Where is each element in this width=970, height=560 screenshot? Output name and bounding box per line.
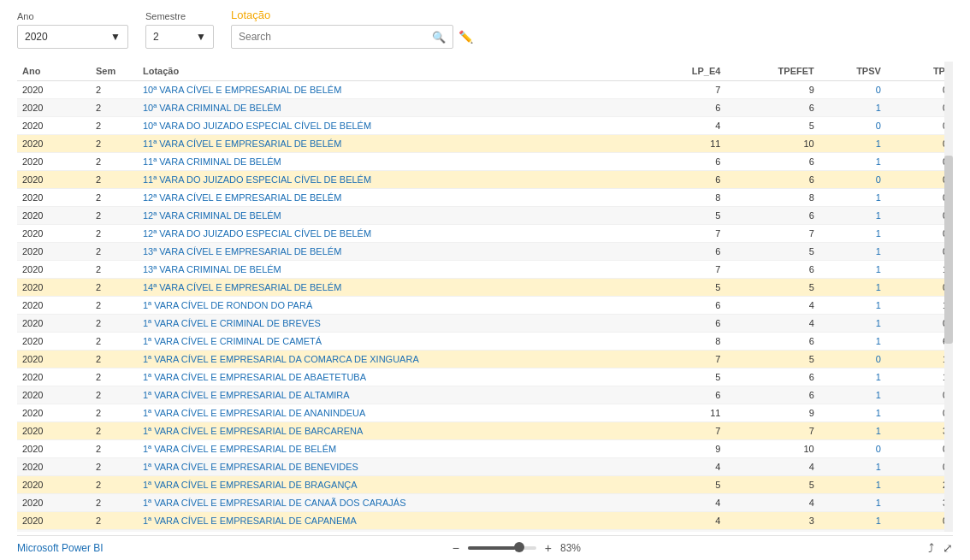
cell-tpi: 0 [886, 243, 953, 261]
cell-tpefet: 4 [725, 315, 819, 333]
table-row: 2020210ª VARA CÍVEL E EMPRESARIAL DE BEL… [17, 81, 953, 99]
semestre-select[interactable]: 2 ▼ [145, 25, 214, 49]
cell-tpefet: 4 [725, 494, 819, 512]
table-row: 202021ª VARA CÍVEL E EMPRESARIAL DA COMA… [17, 351, 953, 368]
cell-tpsv: 1 [819, 458, 886, 476]
edit-icon[interactable]: ✏️ [458, 30, 473, 44]
cell-ano: 2020 [17, 117, 91, 135]
cell-tpsv: 0 [819, 81, 886, 99]
cell-tpsv: 0 [819, 351, 886, 368]
cell-tpsv: 1 [819, 297, 886, 315]
cell-tpi: 0 [886, 315, 953, 333]
cell-tpsv: 1 [819, 225, 886, 243]
cell-tpi: 0 [886, 207, 953, 225]
cell-tpefet: 7 [725, 422, 819, 440]
cell-tpsv: 1 [819, 261, 886, 279]
zoom-out-button[interactable]: − [451, 541, 461, 555]
cell-tpi: 0 [886, 153, 953, 171]
cell-tpefet: 6 [725, 171, 819, 189]
zoom-level: 83% [560, 542, 581, 554]
table-row: 202021ª VARA CÍVEL E EMPRESARIAL DE BARC… [17, 422, 953, 440]
bottom-bar: Microsoft Power BI − + 83% ⤴ ⤢ [17, 535, 953, 560]
cell-tpsv: 1 [819, 386, 886, 404]
table-row: 202021ª VARA CÍVEL DE RONDON DO PARÁ6411 [17, 297, 953, 315]
cell-sem: 2 [91, 279, 138, 297]
cell-tpi: 0 [886, 99, 953, 117]
cell-sem: 2 [91, 225, 138, 243]
zoom-slider[interactable] [468, 546, 536, 550]
cell-lotacao: 10ª VARA DO JUIZADO ESPECIAL CÍVEL DE BE… [138, 117, 646, 135]
cell-sem: 2 [91, 243, 138, 261]
powerbi-link[interactable]: Microsoft Power BI [17, 542, 104, 554]
cell-tpi: 0 [886, 225, 953, 243]
col-header-lpe4: LP_E4 [646, 62, 726, 81]
scrollbar-track[interactable] [944, 62, 953, 532]
cell-lotacao: 1ª VARA CÍVEL E EMPRESARIAL DE CASTANHAL [138, 530, 646, 533]
cell-sem: 2 [91, 189, 138, 207]
cell-ano: 2020 [17, 81, 91, 99]
share-icon[interactable]: ⤴ [928, 541, 934, 555]
ano-select[interactable]: 2020 ▼ [17, 25, 128, 49]
cell-tpi: 1 [886, 261, 953, 279]
cell-sem: 2 [91, 404, 138, 422]
cell-tpi: 0 [886, 279, 953, 297]
cell-tpefet: 6 [725, 333, 819, 351]
cell-tpefet: 5 [725, 117, 819, 135]
cell-ano: 2020 [17, 351, 91, 368]
cell-tpsv: 1 [819, 243, 886, 261]
table-row: 202021ª VARA CÍVEL E EMPRESARIAL DE BELÉ… [17, 440, 953, 458]
cell-ano: 2020 [17, 171, 91, 189]
cell-tpsv: 0 [819, 440, 886, 458]
cell-sem: 2 [91, 494, 138, 512]
cell-ano: 2020 [17, 368, 91, 386]
cell-lpe4: 9 [646, 440, 726, 458]
cell-lotacao: 11ª VARA CÍVEL E EMPRESARIAL DE BELÉM [138, 135, 646, 153]
filter-bar: Ano 2020 ▼ Semestre 2 ▼ Lotação 🔍 ✏️ [17, 9, 953, 49]
cell-tpi: 0 [886, 404, 953, 422]
cell-lotacao: 1ª VARA CÍVEL E EMPRESARIAL DE CANAÃ DOS… [138, 494, 646, 512]
cell-tpefet: 9 [725, 81, 819, 99]
cell-tpi: 0 [886, 530, 953, 533]
cell-lpe4: 6 [646, 153, 726, 171]
col-header-sem: Sem [91, 62, 138, 81]
col-header-tpsv: TPSV [819, 62, 886, 81]
cell-tpefet: 5 [725, 351, 819, 368]
cell-lpe4: 6 [646, 386, 726, 404]
zoom-in-button[interactable]: + [543, 541, 553, 555]
cell-tpi: 1 [886, 297, 953, 315]
cell-tpefet: 5 [725, 279, 819, 297]
col-header-lotacao: Lotação [138, 62, 646, 81]
cell-ano: 2020 [17, 512, 91, 530]
table-row: 2020210ª VARA DO JUIZADO ESPECIAL CÍVEL … [17, 117, 953, 135]
cell-lotacao: 1ª VARA CÍVEL E CRIMINAL DE CAMETÁ [138, 333, 646, 351]
table-row: 202021ª VARA CÍVEL E EMPRESARIAL DE CANA… [17, 494, 953, 512]
cell-ano: 2020 [17, 494, 91, 512]
cell-lotacao: 1ª VARA CÍVEL E EMPRESARIAL DE BELÉM [138, 440, 646, 458]
cell-lpe4: 4 [646, 458, 726, 476]
scrollbar-thumb[interactable] [944, 156, 953, 344]
col-header-tpefet: TPEFET [725, 62, 819, 81]
cell-lotacao: 1ª VARA CÍVEL E EMPRESARIAL DA COMARCA D… [138, 351, 646, 368]
cell-tpi: 3 [886, 494, 953, 512]
cell-lotacao: 14ª VARA CÍVEL E EMPRESARIAL DE BELÉM [138, 279, 646, 297]
cell-lotacao: 1ª VARA CÍVEL E EMPRESARIAL DE BENEVIDES [138, 458, 646, 476]
cell-lotacao: 12ª VARA DO JUIZADO ESPECIAL CÍVEL DE BE… [138, 225, 646, 243]
fullscreen-icon[interactable]: ⤢ [943, 541, 953, 555]
cell-ano: 2020 [17, 207, 91, 225]
search-input[interactable] [239, 31, 427, 43]
cell-ano: 2020 [17, 279, 91, 297]
search-box[interactable]: 🔍 [231, 25, 453, 49]
cell-tpefet: 6 [725, 153, 819, 171]
cell-ano: 2020 [17, 315, 91, 333]
ano-label: Ano [17, 11, 128, 21]
cell-tpi: 0 [886, 458, 953, 476]
cell-tpi: 0 [886, 386, 953, 404]
ano-chevron-icon: ▼ [110, 31, 121, 43]
cell-lotacao: 10ª VARA CÍVEL E EMPRESARIAL DE BELÉM [138, 81, 646, 99]
table-row: 2020212ª VARA CÍVEL E EMPRESARIAL DE BEL… [17, 189, 953, 207]
col-header-tpi: TPI [886, 62, 953, 81]
cell-sem: 2 [91, 368, 138, 386]
cell-sem: 2 [91, 81, 138, 99]
table-row: 202021ª VARA CÍVEL E EMPRESARIAL DE ALTA… [17, 386, 953, 404]
table-row: 202021ª VARA CÍVEL E EMPRESARIAL DE ANAN… [17, 404, 953, 422]
